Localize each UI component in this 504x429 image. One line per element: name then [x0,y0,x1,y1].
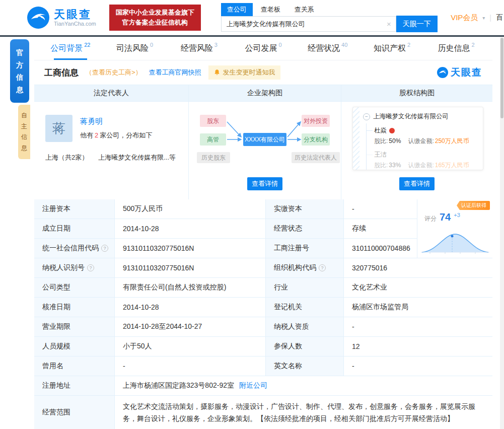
holder-flag-icon [389,128,395,133]
node-history-legal-rep[interactable]: 历史法定代表人 [292,152,340,163]
panel-headers: 法定代表人 企业架构图 股权结构图 [34,85,492,102]
certified-ribbon: 认证后获得 [457,201,490,210]
score-curve-chart [420,228,490,255]
table-row: 营业期限 2014-10-28至2044-10-27 纳税人资质 - [34,317,492,337]
shareholder-list: 杜焱 股比:50%认缴金额:250万人民币 王洁 股比:33%认缴金额:165万… [366,123,479,170]
score-panel: 认证后获得 评分 74 +3 [417,199,492,258]
table-row-address: 注册地址 上海市杨浦区国定路323号802-92室 附近公司 [34,376,492,396]
logo-subtitle: TianYanCha.com [54,21,96,27]
watermark-logo: 天眼查 [437,66,482,79]
table-row: 人员规模 小于50人 参保人数 12 [34,337,492,356]
collapse-icon[interactable]: − [363,113,370,120]
legal-rep-distribution: 上海（共2家） 上海曦梦文化传媒有限...等 [45,153,178,162]
shareholder-item[interactable]: 王洁 股比:33%认缴金额:165万人民币 [374,148,479,170]
shareholder-item[interactable]: 杜焱 股比:50%认缴金额:250万人民币 [374,123,479,148]
table-row: 纳税人识别号? 91310110320775016N 组织机构代码? 32077… [34,258,492,278]
divider: | [489,14,491,22]
registered-address: 上海市杨浦区国定路323号802-92室 [123,381,234,390]
node-outbound-investment[interactable]: 对外投资 [302,115,330,127]
org-chart-panel: 股东 高管 历史股东 XXXX有限公司 对外投资 分支机构 历史法定代表人 查看… [189,102,341,199]
company-nav-tabs: 公司背景22 司法风险0 经营风险3 公司发展0 经营状况40 知识产权2 历史… [34,37,492,60]
node-history-shareholders[interactable]: 历史股东 [197,152,230,163]
topbar-right: VIP会员 ▾ | 百 [451,13,503,23]
nav-link-partial[interactable]: 百 [496,13,503,22]
search-button[interactable]: 天眼一下 [396,16,438,32]
change-notify-button[interactable]: 发生变更时通知我 [208,65,280,80]
tianyancha-eye-icon [27,7,49,29]
bell-icon [213,69,221,76]
node-company-center[interactable]: XXXX有限公司 [243,133,286,146]
section-title: 工商信息 [44,67,79,79]
score-label: 评分 [424,214,437,223]
node-shareholders[interactable]: 股东 [200,115,226,127]
search-input[interactable] [222,20,387,28]
tianyancha-eye-icon [437,67,448,78]
side-tab-self-info[interactable]: 自主信息 [18,105,30,159]
table-row-business-scope: 经营范围 文化艺术交流活动策划，摄影服务，动漫设计，广告设计、制作、代理、发布，… [34,396,492,429]
score-delta: +3 [454,212,460,218]
panel-bodies: 蒋 蒋勇明 他有2家公司，分布如下 上海（共2家） 上海曦梦文化传媒有限...等 [34,102,492,199]
help-icon[interactable]: ? [101,245,108,252]
scrollbar-thumb[interactable] [500,38,503,118]
legal-rep-description: 他有2家公司，分布如下 [80,131,152,140]
tab-operating-status[interactable]: 经营状况40 [296,37,360,60]
search-area: 查公司 查老板 查关系 × 天眼一下 [221,3,438,32]
company-ref-label[interactable]: 上海曦梦文化传媒有限...等 [98,153,176,162]
main-card: 公司背景22 司法风险0 经营风险3 公司发展0 经营状况40 知识产权2 历史… [34,37,492,429]
gov-badge-line1: 国家中小企业发展基金旗下 [116,8,194,18]
side-tab-official-info[interactable]: 官方信息 [10,39,29,103]
watermark-text: 天眼查 [451,66,482,79]
org-chart-detail-button[interactable]: 查看详情 [247,177,282,190]
tab-history-info[interactable]: 历史信息2 [424,37,488,60]
help-icon[interactable]: ? [319,264,326,271]
search-box: × [221,16,396,32]
gov-certification-badge: 国家中小企业发展基金旗下 官方备案企业征信机构 [109,5,201,31]
region-label: 上海（共2家） [45,153,88,162]
score-value: 74 [440,211,451,223]
business-scope-text: 文化艺术交流活动策划，摄影服务，动漫设计，广告设计、制作、代理、发布，创意服务，… [115,396,492,429]
clear-icon[interactable]: × [387,20,391,28]
company-count: 2 [95,131,98,139]
legal-rep-name[interactable]: 蒋勇明 [80,117,152,126]
history-business-link[interactable]: （查看历史工商>） [86,68,142,77]
header-equity-structure: 股权结构图 [341,85,492,101]
equity-panel: − 上海曦梦文化传媒有限公司 杜焱 股比:50%认缴金额:250万人民币 [341,102,492,199]
tab-search-relation[interactable]: 查关系 [289,3,320,16]
tab-search-boss[interactable]: 查老板 [255,3,286,16]
equity-root-company[interactable]: − 上海曦梦文化传媒有限公司 [363,112,479,121]
header-org-chart: 企业架构图 [189,85,341,101]
help-icon[interactable]: ? [87,264,94,271]
node-branches[interactable]: 分支机构 [302,133,330,146]
business-info-table: 认证后获得 评分 74 +3 注册资本 500万人民币 实缴资本 [34,199,492,429]
official-snapshot-link[interactable]: 查看工商官网快照 [149,68,201,77]
legal-rep-panel: 蒋 蒋勇明 他有2家公司，分布如下 上海（共2家） 上海曦梦文化传媒有限...等 [34,102,189,199]
table-row: 核准日期 2014-10-28 登记机关 杨浦区市场监管局 [34,298,492,317]
scrollbar-track[interactable] [500,37,504,429]
equity-detail-button[interactable]: 查看详情 [399,177,435,190]
tab-company-background[interactable]: 公司背景22 [38,37,103,60]
tab-judicial-risk[interactable]: 司法风险0 [103,37,167,60]
legal-rep-avatar[interactable]: 蒋 [45,115,73,142]
tianyancha-logo[interactable]: 天眼查 TianYanCha.com [27,7,96,29]
equity-tree-box: − 上海曦梦文化传媒有限公司 杜焱 股比:50%认缴金额:250万人民币 [352,107,483,170]
business-info-section-header: 工商信息 （查看历史工商>） 查看工商官网快照 发生变更时通知我 天眼查 [34,60,492,85]
vip-member-link[interactable]: VIP会员 [451,13,478,23]
node-executives[interactable]: 高管 [200,133,226,146]
tab-company-development[interactable]: 公司发展0 [231,37,296,60]
tab-intellectual-property[interactable]: 知识产权2 [360,37,424,60]
chevron-down-icon: ▾ [482,15,485,21]
gov-badge-line2: 官方备案企业征信机构 [116,18,194,28]
table-row: 公司类型 有限责任公司(自然人投资或控股) 行业 文化艺术业 [34,278,492,298]
header-legal-representative: 法定代表人 [34,85,189,101]
tab-search-company[interactable]: 查公司 [221,3,253,16]
logo-title: 天眼查 [54,9,96,21]
table-row: 曾用名 - 英文名称 - [34,356,492,376]
tab-operating-risk[interactable]: 经营风险3 [167,37,231,60]
search-tabs: 查公司 查老板 查关系 [221,3,438,16]
nearby-company-link[interactable]: 附近公司 [239,381,267,390]
top-bar: 天眼查 TianYanCha.com 国家中小企业发展基金旗下 官方备案企业征信… [0,0,504,35]
equity-decor-stripes [353,107,359,170]
